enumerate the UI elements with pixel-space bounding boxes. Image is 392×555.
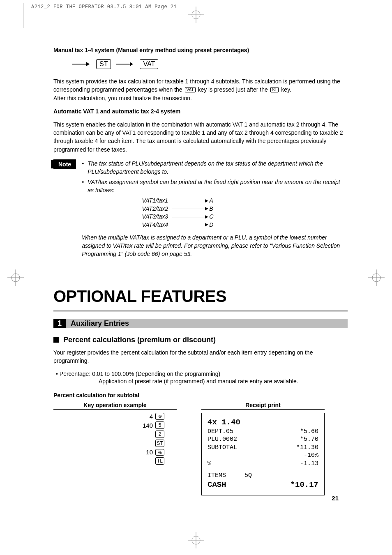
left-rule — [23, 3, 23, 28]
column-title: Receipt print — [201, 402, 325, 410]
keycap-tl: TL — [155, 457, 164, 465]
keycap-st: ST — [155, 440, 164, 447]
keycap-vat: VAT — [140, 59, 158, 69]
receipt-line: *5.60 — [300, 428, 318, 436]
subheading-text: Percent calculations (premium or discoun… — [63, 336, 216, 344]
arrow-icon — [172, 209, 205, 209]
vat-symbol: A — [209, 197, 213, 205]
example-columns: Key operation example 4⊗ 1405 2 ST 10% T… — [53, 402, 348, 495]
keycap-multiply: ⊗ — [155, 413, 164, 420]
note-tail: When the multiple VAT/tax is assigned to… — [82, 233, 348, 258]
text: After this calculation, you must finaliz… — [53, 95, 192, 101]
crop-mark-bottom — [188, 532, 204, 548]
vat-symbol: C — [209, 213, 213, 221]
percentage-range: • Percentage: 0.01 to 100.00% (Depending… — [56, 371, 348, 377]
receipt-column: Receipt print 4x 1.40 DEPT.05*5.60 PLU.0… — [201, 402, 325, 495]
note-block: Note The tax status of PLU/subdepartment… — [53, 159, 348, 258]
inline-key-vat: VAT — [185, 87, 196, 92]
chapter-title: OPTIONAL FEATURES — [53, 287, 348, 306]
inline-key-st: ST — [270, 87, 279, 92]
section-title: Auxiliary Entries — [66, 319, 348, 328]
keycap-st: ST — [96, 59, 111, 69]
num: 4 — [138, 413, 153, 420]
note-item: VAT/tax assignment symbol can be printed… — [82, 178, 348, 195]
page-number: 21 — [332, 495, 339, 502]
arrow-icon — [172, 201, 205, 201]
note-item: The tax status of PLU/subdepartment depe… — [82, 159, 348, 176]
receipt-line: *10.17 — [291, 480, 318, 490]
vat-label: VAT3/tax3 — [131, 213, 168, 221]
vat-symbol: B — [209, 205, 213, 213]
section-bar: 1 Auxiliary Entries — [53, 319, 348, 328]
arrow-icon — [172, 217, 205, 217]
receipt-print: 4x 1.40 DEPT.05*5.60 PLU.0002*5.70 SUBTO… — [201, 413, 325, 495]
crop-mark-left — [7, 269, 24, 286]
vat-symbol-table: VAT1/tax1A VAT2/tax2B VAT3/tax3C VAT4/ta… — [131, 197, 348, 229]
num: 140 — [138, 422, 153, 429]
receipt-line: ITEMS 5Q — [208, 472, 252, 480]
text: key is pressed just after the — [196, 86, 270, 93]
keycap-dept5: 5 — [155, 421, 164, 429]
heading-manual-tax: Manual tax 1-4 system (Manual entry meth… — [53, 47, 348, 53]
column-title: Key operation example — [53, 402, 177, 410]
receipt-line: -10% — [304, 451, 318, 460]
keycap-percent: % — [155, 449, 164, 456]
text: key. — [279, 86, 291, 93]
arrow-icon — [72, 64, 86, 64]
film-header: A212_2 FOR THE OPERATOR 03.7.5 8:01 AM P… — [31, 4, 177, 10]
receipt-line: *5.70 — [300, 435, 318, 444]
arrow-icon — [116, 64, 130, 64]
note-badge: Note — [53, 159, 76, 169]
heading-auto-vat: Automatic VAT 1 and automatic tax 2-4 sy… — [53, 108, 348, 115]
vat-label: VAT2/tax2 — [131, 205, 168, 213]
receipt-line: CASH — [208, 480, 226, 490]
vat-label: VAT4/tax4 — [131, 221, 168, 229]
note-body: The tax status of PLU/subdepartment depe… — [82, 159, 348, 258]
receipt-line: 4x 1.40 — [208, 417, 240, 428]
receipt-line: % — [208, 460, 211, 468]
vat-label: VAT1/tax1 — [131, 197, 168, 205]
keycap-dept2: 2 — [155, 431, 164, 438]
crop-mark-top — [188, 7, 204, 23]
receipt-line: -1.13 — [300, 460, 318, 468]
percentage-note: Application of preset rate (if programme… — [99, 378, 348, 385]
receipt-line: DEPT.05 — [208, 428, 233, 436]
subheading: Percent calculations (premium or discoun… — [53, 336, 348, 344]
key-operation-column: Key operation example 4⊗ 1405 2 ST 10% T… — [53, 402, 177, 465]
manual-tax-body: This system provides the tax calculation… — [53, 77, 348, 102]
receipt-line: SUBTOTAL — [208, 444, 237, 452]
heading-percent-subtotal: Percent calculation for subtotal — [53, 392, 348, 398]
percent-body: Your register provides the percent calcu… — [53, 348, 348, 365]
rule — [53, 311, 348, 311]
arrow-icon — [172, 225, 205, 225]
auto-vat-body: This system enables the calculation in t… — [53, 120, 348, 154]
key-sequence: ST VAT — [72, 59, 348, 69]
key-operation-list: 4⊗ 1405 2 ST 10% TL — [53, 413, 177, 465]
receipt-line: PLU.0002 — [208, 435, 237, 444]
num: 10 — [138, 449, 153, 456]
section-number: 1 — [53, 319, 66, 328]
receipt-line: *11.30 — [296, 444, 318, 452]
square-bullet-icon — [53, 337, 59, 343]
crop-mark-right — [368, 269, 385, 286]
vat-symbol: D — [209, 221, 213, 229]
page-content: Manual tax 1-4 system (Manual entry meth… — [53, 47, 348, 495]
